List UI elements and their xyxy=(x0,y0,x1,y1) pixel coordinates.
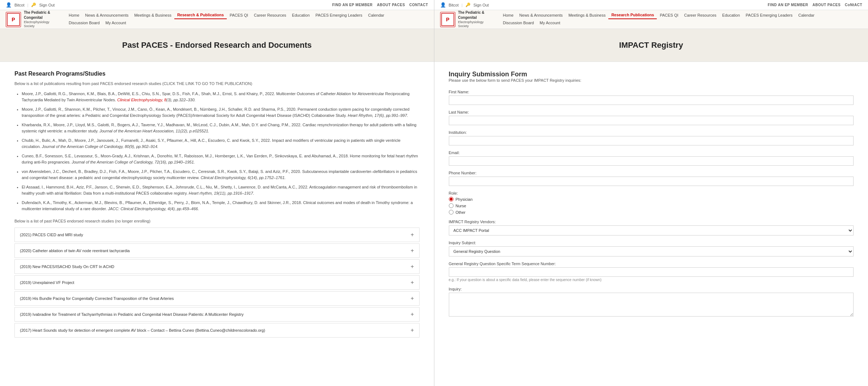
left-nav-top: Home News & Announcements Meetings & Bus… xyxy=(66,11,387,19)
institution-group: Institution: xyxy=(449,130,854,145)
accordion-item-2: (2020) Catheter ablation of twin AV node… xyxy=(14,243,420,258)
right-nav-calendar[interactable]: Calendar xyxy=(795,12,817,19)
accordion-header-7[interactable]: (2017) Heart Sounds study for detection … xyxy=(15,323,419,337)
term-seq-input[interactable] xyxy=(449,267,854,277)
role-nurse-radio[interactable] xyxy=(449,203,454,208)
accordion-plus-7[interactable]: + xyxy=(410,327,414,334)
right-nav-emerging[interactable]: PACES Emerging Leaders xyxy=(743,12,795,19)
nav-account[interactable]: My Account xyxy=(103,19,129,26)
accordion-header-3[interactable]: (2019) New PACES/ISACHD Study On CRT In … xyxy=(15,260,419,273)
right-user-icon: 👤 xyxy=(440,2,446,8)
right-logo: P The Pediatric & CongenitalElectrophysi… xyxy=(440,10,494,29)
last-name-label: Last Name: xyxy=(449,110,854,114)
left-top-bar-right: FIND AN EP MEMBER ABOUT PACES CONTACT xyxy=(332,3,428,7)
right-panel: 👤 Bitcot | 🔑 Sign Out FIND AN EP MEMBER … xyxy=(434,0,868,386)
about-link[interactable]: ABOUT PACES xyxy=(377,3,405,7)
left-logo-text: The Pediatric & CongenitalElectrophysiol… xyxy=(24,10,60,29)
accordion-header-1[interactable]: (2021) PACES CIED and MRI study + xyxy=(15,228,419,242)
vendors-label: IMPACT Registry Vendors: xyxy=(449,220,854,224)
role-physician[interactable]: Physician xyxy=(449,197,854,202)
inquiry-textarea[interactable] xyxy=(449,293,854,317)
accordion-header-6[interactable]: (2019) Ivabradine for Treatment of Tachy… xyxy=(15,307,419,321)
accordion-plus-2[interactable]: + xyxy=(410,247,414,254)
contact-link[interactable]: CONTACT xyxy=(409,3,428,7)
right-sign-out-link[interactable]: Sign Out xyxy=(473,3,489,7)
nav-paces-qi[interactable]: PACES QI xyxy=(227,12,251,19)
accordion-label-2: (2020) Catheter ablation of twin AV node… xyxy=(20,249,130,253)
accordion-list: (2021) PACES CIED and MRI study + (2020)… xyxy=(14,228,420,338)
right-nav-research[interactable]: Research Publications xyxy=(608,11,657,19)
first-name-input[interactable] xyxy=(449,96,854,105)
accordion-item-4: (2019) Unexplained VF Project + xyxy=(14,275,420,290)
right-nav-education[interactable]: Education xyxy=(719,12,743,19)
right-logo-img: P xyxy=(440,12,455,27)
left-panel: 👤 Bitcot | 🔑 Sign Out FIND AN EP MEMBER … xyxy=(0,0,434,386)
right-nav-links: Home News & Announcements Meetings & Bus… xyxy=(500,11,817,28)
right-contact-link[interactable]: CoNtACT xyxy=(845,3,862,7)
right-nav-paces-qi[interactable]: PACES QI xyxy=(657,12,681,19)
right-find-ep-link[interactable]: FIND AN EP MEMBER xyxy=(768,3,808,7)
phone-input[interactable] xyxy=(449,177,854,186)
list-item: Kharbanda, R.X., Moore, J.P., Lloyd, M.S… xyxy=(22,122,420,134)
right-about-link[interactable]: ABOUT PACES xyxy=(813,3,841,7)
accordion-label-1: (2021) PACES CIED and MRI study xyxy=(20,233,83,237)
left-top-bar-left: 👤 Bitcot | 🔑 Sign Out xyxy=(6,2,55,8)
role-nurse[interactable]: Nurse xyxy=(449,203,854,208)
term-seq-hint: e.g.: If your question is about a specif… xyxy=(449,278,854,282)
left-nav-links: Home News & Announcements Meetings & Bus… xyxy=(66,11,387,28)
list-item: El Assaad, I., Hammond, B.H., Aziz, P.F.… xyxy=(22,184,420,196)
right-top-bar-right: FIND AN EP MEMBER ABOUT PACES CoNtACT xyxy=(768,3,862,7)
accordion-header-2[interactable]: (2020) Catheter ablation of twin AV node… xyxy=(15,244,419,258)
studies-intro: Below is a list of past PACES endorsed r… xyxy=(14,219,420,223)
nav-education[interactable]: Education xyxy=(289,12,312,19)
email-input[interactable] xyxy=(449,156,854,166)
nav-news[interactable]: News & Announcements xyxy=(82,12,131,19)
accordion-plus-5[interactable]: + xyxy=(410,295,414,302)
last-name-group: Last Name: xyxy=(449,110,854,125)
nav-home[interactable]: Home xyxy=(66,12,82,19)
right-nav-career[interactable]: Career Resources xyxy=(681,12,719,19)
left-content: Past Research Programs/Studies Below is … xyxy=(0,62,434,386)
accordion-plus-4[interactable]: + xyxy=(410,279,414,286)
phone-label: Phone Number: xyxy=(449,171,854,175)
right-nav-discussion[interactable]: Discussion Board xyxy=(500,19,537,26)
accordion-item-3: (2019) New PACES/ISACHD Study On CRT In … xyxy=(14,259,420,274)
left-top-bar: 👤 Bitcot | 🔑 Sign Out FIND AN EP MEMBER … xyxy=(0,0,434,10)
left-intro-text: Below is a list of publications resultin… xyxy=(14,81,420,86)
accordion-item-1: (2021) PACES CIED and MRI study + xyxy=(14,228,420,242)
accordion-plus-1[interactable]: + xyxy=(410,232,414,238)
right-nav-home[interactable]: Home xyxy=(500,12,516,19)
right-nav-news[interactable]: News & Announcements xyxy=(516,12,566,19)
nav-discussion[interactable]: Discussion Board xyxy=(66,19,103,26)
nav-calendar[interactable]: Calendar xyxy=(365,12,387,19)
sign-out-link[interactable]: Sign Out xyxy=(39,3,55,7)
right-nav-meetings[interactable]: Meetings & Business xyxy=(566,12,609,19)
nav-emerging[interactable]: PACES Emerging Leaders xyxy=(312,12,365,19)
left-nav-bar: P The Pediatric & CongenitalElectrophysi… xyxy=(0,10,434,29)
accordion-header-4[interactable]: (2019) Unexplained VF Project + xyxy=(15,276,419,289)
email-label: Email: xyxy=(449,150,854,155)
last-name-input[interactable] xyxy=(449,116,854,125)
term-seq-group: General Registry Question Specific Term … xyxy=(449,262,854,282)
nav-career[interactable]: Career Resources xyxy=(251,12,289,19)
role-other[interactable]: Other xyxy=(449,210,854,215)
vendors-select[interactable]: ACC IMPACT Portal xyxy=(449,225,854,236)
right-form-content: Inquiry Submission Form Please use the b… xyxy=(434,62,868,386)
role-physician-radio[interactable] xyxy=(449,197,454,202)
role-other-radio[interactable] xyxy=(449,210,454,215)
accordion-item-7: (2017) Heart Sounds study for detection … xyxy=(14,323,420,338)
accordion-header-5[interactable]: (2019) His Bundle Pacing for Congenitall… xyxy=(15,292,419,305)
nav-meetings[interactable]: Meetings & Business xyxy=(131,12,174,19)
nav-research[interactable]: Research & Publications xyxy=(174,11,227,19)
institution-input[interactable] xyxy=(449,136,854,145)
inquiry-subject-select[interactable]: General Registry Question xyxy=(449,246,854,256)
brand-name: Bitcot xyxy=(14,3,25,7)
accordion-plus-6[interactable]: + xyxy=(410,311,414,318)
right-nav-account[interactable]: My Account xyxy=(537,19,563,26)
find-ep-link[interactable]: FIND AN EP MEMBER xyxy=(332,3,373,7)
institution-label: Institution: xyxy=(449,130,854,135)
list-item: Moore, J.P., Gallotti, R., Shannon, K.M.… xyxy=(22,106,420,118)
form-section-title: Inquiry Submission Form xyxy=(449,71,854,78)
left-nav-bottom: Discussion Board My Account xyxy=(66,19,387,28)
accordion-plus-3[interactable]: + xyxy=(410,263,414,270)
